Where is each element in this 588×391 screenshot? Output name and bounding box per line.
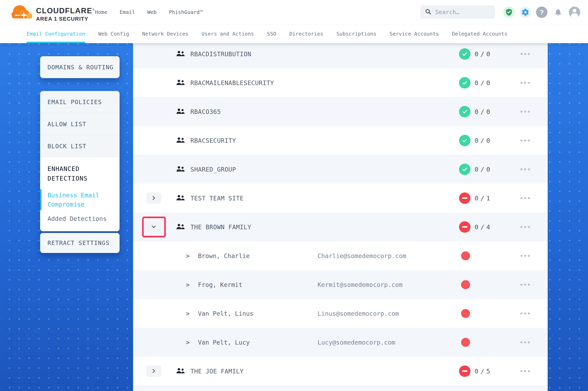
tab-network-devices[interactable]: Network Devices (142, 24, 189, 43)
gear-icon[interactable] (520, 6, 531, 18)
status-red-dot (461, 309, 470, 318)
tab-subscriptions[interactable]: Subscriptions (336, 24, 377, 43)
chevron-right-icon[interactable]: > (186, 310, 190, 317)
group-row[interactable]: RBACO365 0/0 (133, 97, 548, 126)
member-name: Van Pelt, Lucy (198, 339, 250, 346)
group-people-icon (176, 51, 185, 57)
status-red-dot (461, 338, 470, 347)
row-actions-menu-button[interactable] (520, 197, 530, 199)
nav-link-web[interactable]: Web (147, 9, 156, 15)
search-icon (425, 8, 431, 15)
workspace-background: DOMAINS & ROUTING EMAIL POLICIESALLOW LI… (0, 43, 588, 391)
member-row[interactable]: >Van Pelt, LinusLinus@somedemocorp.com (133, 299, 548, 328)
enhanced-detections-heading[interactable]: ENHANCED DETECTIONS (47, 164, 112, 183)
search-input[interactable] (435, 8, 489, 16)
groups-table-panel: RBACDISTRUBUTION 0/0 RBACMAILENABLESECUR… (133, 43, 548, 391)
sidebar-item-retract-settings[interactable]: RETRACT SETTINGS (40, 239, 110, 246)
member-count: 0/1 (475, 195, 492, 202)
tab-email-configuration[interactable]: Email Configuration (27, 24, 85, 43)
group-row[interactable]: TEST TEAM SITE0/1 (133, 184, 548, 212)
group-row[interactable]: SHARED_GROUP 0/0 (133, 155, 548, 184)
member-row[interactable]: >Frog, KermitKermit@somedemocorp.com (133, 270, 548, 299)
group-people-icon (176, 223, 185, 230)
sidebar-item-email-policies[interactable]: EMAIL POLICIES (40, 91, 120, 113)
row-actions-menu-button[interactable] (520, 82, 530, 84)
group-name: RBACSECURITY (190, 137, 236, 144)
sidebar-item-domains-routing[interactable]: DOMAINS & ROUTING (40, 64, 113, 71)
group-row[interactable]: RBACDISTRUBUTION 0/0 (133, 43, 548, 68)
group-name: RBACMAILENABLESECURITY (190, 79, 274, 86)
chevron-right-icon (151, 196, 156, 200)
tab-delegated-accounts[interactable]: Delegated Accounts (452, 24, 507, 43)
sidebar-item-allow-list[interactable]: ALLOW LIST (40, 113, 120, 135)
brand-trademark: ® (92, 8, 95, 11)
avatar-head (573, 9, 576, 12)
row-actions-menu-button[interactable] (520, 111, 530, 113)
tab-sso[interactable]: SSO (267, 24, 276, 43)
brand-subtitle: AREA 1 SECURITY (36, 16, 95, 22)
member-count: 0/0 (475, 137, 492, 144)
search-bar[interactable] (420, 5, 495, 19)
top-header: CLOUDFLARE® AREA 1 SECURITY HomeEmailWeb… (0, 0, 588, 24)
group-row[interactable]: RBACMAILENABLESECURITY 0/0 (133, 68, 548, 97)
chevron-right-icon[interactable]: > (186, 339, 190, 346)
row-actions-menu-button[interactable] (520, 53, 530, 55)
sidebar-item-business-email-compromise[interactable]: Business Email Compromise (47, 191, 112, 209)
sidebar-card-policies: EMAIL POLICIESALLOW LISTBLOCK LIST ENHAN… (40, 91, 120, 231)
status-ok-badge (459, 48, 470, 60)
group-people-icon (176, 137, 185, 143)
member-count: 0/0 (475, 50, 492, 58)
status-blocked-badge (459, 221, 470, 233)
sidebar-card-retract-settings[interactable]: RETRACT SETTINGS (40, 233, 120, 253)
member-count: 0/0 (475, 108, 492, 115)
expand-group-button[interactable] (147, 365, 161, 377)
row-actions-menu-button[interactable] (520, 226, 530, 228)
group-people-icon (176, 166, 185, 172)
row-actions-menu-button[interactable] (520, 341, 530, 343)
tab-service-accounts[interactable]: Service Accounts (390, 24, 439, 43)
group-people-icon (176, 51, 185, 57)
expand-group-button[interactable] (147, 193, 161, 204)
status-ok-badge (459, 164, 470, 175)
account-icon[interactable] (569, 6, 580, 18)
group-name: RBACO365 (190, 108, 221, 115)
nav-link-email[interactable]: Email (120, 9, 135, 15)
member-count: 0/4 (475, 223, 492, 231)
row-actions-menu-button[interactable] (520, 168, 530, 170)
row-actions-menu-button[interactable] (520, 255, 530, 257)
group-people-icon (176, 368, 185, 374)
chevron-right-icon[interactable]: > (186, 252, 190, 259)
chevron-right-icon[interactable]: > (186, 281, 190, 288)
group-row[interactable]: THE JOE FAMILY0/5 (133, 357, 548, 386)
nav-link-phishguard-[interactable]: PhishGuard™ (169, 9, 203, 15)
bell-icon[interactable] (552, 6, 564, 18)
group-people-icon (176, 195, 185, 202)
help-icon[interactable] (536, 6, 548, 18)
member-name: Brown, Charlie (198, 252, 250, 259)
tab-users-and-actions[interactable]: Users and Actions (201, 24, 254, 43)
sidebar-section-enhanced-detections: ENHANCED DETECTIONS Business Email Compr… (40, 157, 120, 231)
status-ok-badge (459, 135, 470, 146)
member-email: Lucy@somedemocorp.com (317, 339, 395, 346)
tab-directories[interactable]: Directories (289, 24, 323, 43)
group-name: THE JOE FAMILY (190, 368, 244, 375)
sidebar-card-domains-routing[interactable]: DOMAINS & ROUTING (40, 56, 120, 78)
nav-link-home[interactable]: Home (95, 9, 107, 15)
member-row[interactable]: >Van Pelt, LucyLucy@somedemocorp.com (133, 328, 548, 357)
row-actions-menu-button[interactable] (520, 312, 530, 314)
sidebar-item-block-list[interactable]: BLOCK LIST (40, 135, 120, 157)
collapse-group-button[interactable] (147, 221, 161, 233)
status-blocked-badge (459, 365, 470, 377)
row-actions-menu-button[interactable] (520, 139, 530, 141)
shield-check-icon[interactable] (503, 6, 515, 18)
row-actions-menu-button[interactable] (520, 284, 530, 286)
member-name: Frog, Kermit (198, 281, 242, 288)
row-actions-menu-button[interactable] (520, 370, 530, 372)
member-row[interactable]: >Brown, CharlieCharlie@somedemocorp.com (133, 241, 548, 270)
group-name: RBACDISTRUBUTION (190, 50, 251, 57)
group-row[interactable]: THE BROWN FAMILY0/4 (133, 212, 548, 241)
tab-web-config[interactable]: Web Config (98, 24, 129, 43)
group-row[interactable]: RBACSECURITY 0/0 (133, 126, 548, 155)
sidebar-item-added-detections[interactable]: Added Detections (47, 215, 112, 222)
primary-nav: HomeEmailWebPhishGuard™ (95, 0, 203, 24)
